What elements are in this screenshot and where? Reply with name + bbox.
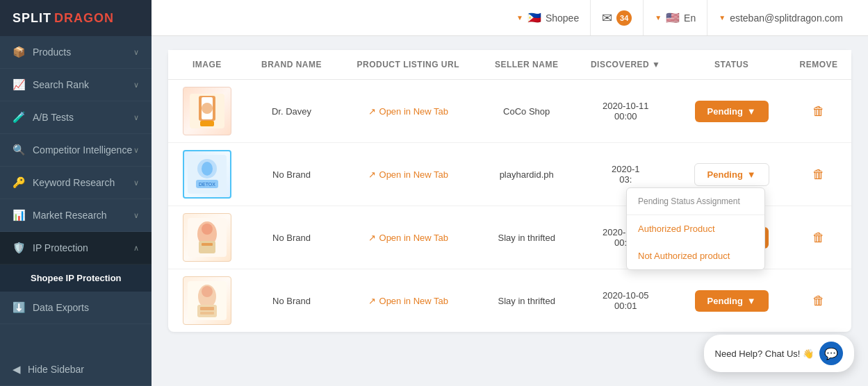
col-status: STATUS [677, 50, 786, 80]
sidebar-item-ip-protection[interactable]: 🛡️ IP Protection ∧ [0, 232, 152, 265]
table-row: No Brand ↗ Open in New Tab Slay in thrif… [168, 269, 851, 333]
keyword-icon: 🔑 [13, 176, 26, 189]
chevron-products: ∨ [133, 48, 139, 57]
sidebar-item-market-research[interactable]: 📊 Market Research ∨ [0, 199, 152, 232]
ip-protection-table-container: IMAGE BRAND NAME PRODUCT LISTING URL SEL… [168, 50, 851, 332]
sidebar-item-search-rank[interactable]: 📈 Search Rank ∨ [0, 69, 152, 101]
chevron-search-rank: ∨ [133, 81, 139, 90]
dropdown-not-authorized[interactable]: Not Authorized product [627, 242, 764, 269]
external-link-icon: ↗ [368, 106, 376, 117]
chat-button[interactable]: 💬 [819, 342, 843, 365]
platform-flag: 🇵🇭 [527, 11, 541, 24]
sidebar: SPLIT DRAGON 📦 Products ∨ 📈 Search Rank … [0, 0, 152, 386]
lang-flag: 🇺🇸 [666, 11, 680, 24]
row2-seller: playhardid.ph [479, 143, 574, 206]
row2-product-image: DETOX [183, 150, 231, 199]
user-email: esteban@splitdragon.com [730, 12, 843, 24]
sidebar-item-products[interactable]: 📦 Products ∨ [0, 36, 152, 69]
sidebar-logo: SPLIT DRAGON [0, 0, 152, 36]
row3-url-cell: ↗ Open in New Tab [337, 206, 479, 269]
row1-delete-btn[interactable]: 🗑 [812, 104, 825, 119]
sidebar-label-keyword: Keyword Research [33, 177, 115, 188]
notification-badge: 34 [616, 10, 632, 26]
row4-open-link[interactable]: ↗ Open in New Tab [368, 296, 449, 306]
row4-seller: Slay in thrifted [479, 269, 574, 333]
user-section[interactable]: ▼ esteban@splitdragon.com [707, 0, 854, 35]
row2-open-link[interactable]: ↗ Open in New Tab [368, 169, 449, 180]
sidebar-item-ab-tests[interactable]: 🧪 A/B Tests ∨ [0, 101, 152, 134]
row2-image-cell: DETOX [168, 143, 246, 206]
row3-remove-cell: 🗑 [786, 206, 851, 269]
row4-image-cell [168, 269, 246, 333]
svg-rect-20 [200, 312, 214, 314]
platform-caret: ▼ [516, 14, 523, 22]
hide-sidebar-icon: ◀ [13, 363, 21, 376]
notifications-section[interactable]: ✉ 34 [591, 0, 644, 35]
ab-tests-icon: 🧪 [13, 111, 26, 124]
row1-open-link[interactable]: ↗ Open in New Tab [368, 106, 449, 117]
language-selector[interactable]: ▼ 🇺🇸 En [644, 0, 707, 35]
sidebar-label-market: Market Research [33, 210, 107, 221]
row2-remove-cell: 🗑 [786, 143, 851, 206]
chat-label: Need Help? Chat Us! 👋 [715, 349, 814, 359]
row4-url-cell: ↗ Open in New Tab [337, 269, 479, 333]
svg-rect-4 [200, 121, 214, 126]
sidebar-label-competitor: Competitor Intelligence [33, 144, 132, 156]
ip-protection-icon: 🛡️ [13, 242, 26, 254]
row2-status-btn[interactable]: Pending ▼ [694, 163, 769, 186]
svg-point-17 [202, 286, 213, 297]
row4-remove-cell: 🗑 [786, 269, 851, 333]
row1-discovered: 2020-10-1100:00 [574, 80, 677, 143]
col-brand-name: BRAND NAME [246, 50, 338, 80]
lang-label: En [684, 12, 696, 24]
main-area: ▼ 🇵🇭 Shopee ✉ 34 ▼ 🇺🇸 En ▼ esteban@split… [152, 0, 868, 386]
dropdown-authorized[interactable]: Authorized Product [627, 215, 764, 242]
svg-point-12 [202, 224, 213, 235]
row3-brand: No Brand [246, 206, 338, 269]
sidebar-item-hide-sidebar[interactable]: ◀ Hide Sidebar [0, 353, 152, 386]
table-row: Dr. Davey ↗ Open in New Tab CoCo Shop 20… [168, 80, 851, 143]
mail-icon: ✉ [602, 10, 612, 26]
logo-dragon: DRAGON [54, 11, 114, 26]
svg-point-7 [202, 162, 213, 176]
row3-product-image [183, 213, 231, 262]
svg-text:DETOX: DETOX [199, 182, 215, 187]
sidebar-subitem-shopee-ip[interactable]: Shopee IP Protection [0, 265, 152, 292]
platform-selector[interactable]: ▼ 🇵🇭 Shopee [505, 0, 591, 35]
sidebar-label-data-exports: Data Exports [33, 302, 89, 313]
row3-delete-btn[interactable]: 🗑 [812, 230, 825, 245]
row4-status-btn[interactable]: Pending ▼ [695, 290, 769, 312]
search-rank-icon: 📈 [13, 78, 26, 91]
row4-delete-btn[interactable]: 🗑 [812, 294, 825, 308]
row3-open-link[interactable]: ↗ Open in New Tab [368, 233, 449, 243]
row2-delete-btn[interactable]: 🗑 [812, 167, 825, 182]
sidebar-item-data-exports[interactable]: ⬇️ Data Exports [0, 292, 152, 324]
row4-brand: No Brand [246, 269, 338, 333]
col-discovered[interactable]: DISCOVERED ▼ [574, 50, 677, 80]
sidebar-label-ab-tests: A/B Tests [33, 112, 74, 123]
chat-widget[interactable]: Need Help? Chat Us! 👋 💬 [704, 335, 854, 372]
dropdown-header: Pending Status Assignment [627, 188, 764, 215]
lang-caret: ▼ [655, 14, 662, 22]
row1-status-cell: Pending ▼ [677, 80, 786, 143]
pending-caret-4: ▼ [747, 296, 756, 306]
svg-rect-13 [199, 241, 215, 253]
content-area: IMAGE BRAND NAME PRODUCT LISTING URL SEL… [152, 36, 868, 386]
row1-seller: CoCo Shop [479, 80, 574, 143]
header: ▼ 🇵🇭 Shopee ✉ 34 ▼ 🇺🇸 En ▼ esteban@split… [152, 0, 868, 36]
row1-status-btn[interactable]: Pending ▼ [695, 101, 769, 122]
sidebar-label-products: Products [33, 47, 71, 58]
pending-caret: ▼ [747, 106, 756, 117]
svg-point-3 [202, 103, 213, 114]
col-image: IMAGE [168, 50, 246, 80]
sidebar-item-competitor-intelligence[interactable]: 🔍 Competitor Intelligence ∨ [0, 134, 152, 167]
sidebar-item-keyword-research[interactable]: 🔑 Keyword Research ∨ [0, 167, 152, 199]
row4-status-cell: Pending ▼ [677, 269, 786, 333]
sidebar-label-hide: Hide Sidebar [28, 364, 84, 375]
competitor-icon: 🔍 [13, 144, 26, 156]
row2-url-cell: ↗ Open in New Tab [337, 143, 479, 206]
chevron-keyword: ∨ [133, 178, 139, 187]
status-dropdown-menu: Pending Status Assignment Authorized Pro… [626, 187, 765, 270]
col-remove: REMOVE [786, 50, 851, 80]
col-seller-name: SELLER NAME [479, 50, 574, 80]
